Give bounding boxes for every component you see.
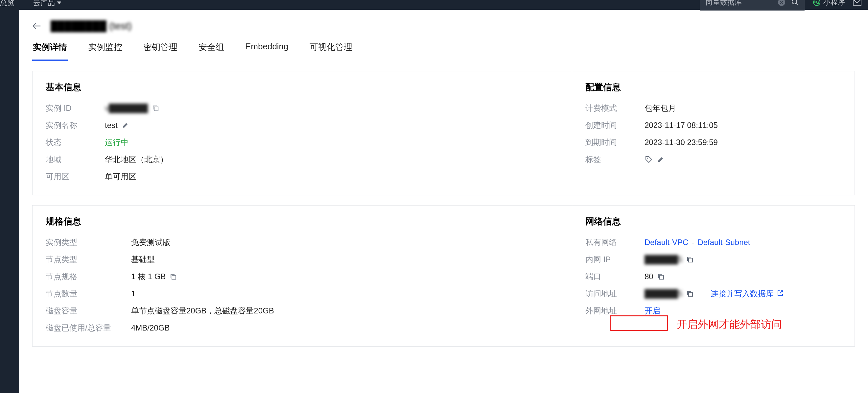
vpc-value: Default-VPC - Default-Subnet: [645, 238, 750, 247]
port-label: 端口: [585, 271, 638, 282]
tab-instance-details[interactable]: 实例详情: [32, 41, 68, 61]
disk-usage-label: 磁盘已使用/总容量: [46, 323, 125, 333]
node-spec-value: 1 核 1 GB: [131, 271, 178, 282]
search-icon[interactable]: [791, 0, 799, 6]
spec-info-section: 规格信息 实例类型 免费测试版 节点类型 基础型 节点规格: [33, 206, 572, 346]
node-count-value: 1: [131, 289, 135, 298]
expire-value: 2023-11-30 23:59:59: [645, 138, 718, 147]
row-disk: 磁盘容量 单节点磁盘容量20GB，总磁盘容量20GB: [46, 305, 559, 316]
row-instance-id: 实例 ID v███████: [46, 103, 559, 114]
expire-label: 到期时间: [585, 137, 638, 148]
inner-ip-label: 内网 IP: [585, 254, 638, 265]
page-header: ████████ (test): [19, 10, 868, 32]
inner-ip-value: ██████5: [645, 255, 694, 264]
region-label: 地域: [46, 154, 98, 165]
network-info-section: 网络信息 私有网络 Default-VPC - Default-Subnet 内…: [572, 206, 855, 346]
row-region: 地域 华北地区（北京）: [46, 154, 559, 165]
row-port: 端口 80: [585, 271, 841, 282]
tab-instance-monitor[interactable]: 实例监控: [87, 41, 123, 61]
nav-cloud-products[interactable]: 云产品: [33, 1, 61, 5]
tab-visual-management[interactable]: 可视化管理: [309, 41, 353, 61]
chevron-down-icon: [57, 1, 61, 5]
instance-type-value: 免费测试版: [131, 237, 170, 248]
copy-icon[interactable]: [686, 290, 694, 298]
back-button[interactable]: [32, 22, 41, 30]
disk-value: 单节点磁盘容量20GB，总磁盘容量20GB: [131, 305, 274, 316]
search-input[interactable]: 向量数据库: [700, 0, 805, 10]
row-expire: 到期时间 2023-11-30 23:59:59: [585, 137, 841, 148]
basic-info-section: 基本信息 实例 ID v███████ 实例名: [33, 71, 572, 195]
vpc-sep: -: [691, 238, 694, 247]
billing-value: 包年包月: [645, 103, 676, 114]
tag-icon[interactable]: [645, 155, 653, 164]
node-spec-label: 节点规格: [46, 271, 125, 282]
main-content: ████████ (test) 实例详情 实例监控 密钥管理 安全组 Embed…: [19, 10, 868, 393]
network-heading: 网络信息: [585, 215, 841, 227]
access-addr-value: ██████5 连接并写入数据库: [645, 289, 783, 299]
vpc-link[interactable]: Default-VPC: [645, 238, 688, 247]
node-count-label: 节点数量: [46, 289, 125, 299]
subnet-link[interactable]: Default-Subnet: [698, 238, 750, 247]
tab-security-group[interactable]: 安全组: [198, 41, 225, 61]
row-node-count: 节点数量 1: [46, 289, 559, 299]
created-label: 创建时间: [585, 120, 638, 130]
panel-basic-config: 基本信息 实例 ID v███████ 实例名: [32, 71, 855, 195]
divider: [24, 2, 24, 8]
tab-key-management[interactable]: 密钥管理: [143, 41, 178, 61]
svg-point-5: [647, 158, 648, 159]
copy-icon[interactable]: [657, 272, 665, 281]
svg-rect-8: [660, 275, 663, 279]
created-value: 2023-11-17 08:11:05: [645, 121, 718, 130]
svg-rect-7: [688, 258, 692, 262]
messages-icon[interactable]: [853, 0, 861, 6]
config-heading: 配置信息: [585, 81, 841, 93]
enable-external-link[interactable]: 开启: [645, 305, 660, 316]
search-placeholder: 向量数据库: [706, 0, 772, 7]
tags-label: 标签: [585, 154, 638, 165]
top-bar-right: 向量数据库 小程序: [700, 0, 861, 7]
basic-heading: 基本信息: [46, 81, 559, 93]
left-sidebar: [0, 10, 19, 393]
edit-icon[interactable]: [121, 121, 129, 129]
region-value: 华北地区（北京）: [105, 154, 168, 165]
node-type-label: 节点类型: [46, 254, 125, 265]
instance-id-value: v███████: [105, 103, 160, 113]
top-bar: 总览 云产品 向量数据库 小程序: [0, 0, 868, 10]
node-type-value: 基础型: [131, 254, 155, 265]
svg-rect-6: [172, 275, 176, 279]
vpc-label: 私有网络: [585, 237, 638, 248]
row-az: 可用区 单可用区: [46, 171, 559, 182]
row-instance-name: 实例名称 test: [46, 120, 559, 130]
row-access-addr: 访问地址 ██████5 连接并写入数据库: [585, 289, 841, 299]
billing-label: 计费模式: [585, 103, 638, 114]
copy-icon[interactable]: [169, 272, 178, 281]
external-addr-value: 开启: [645, 305, 660, 316]
instance-type-label: 实例类型: [46, 237, 125, 248]
page-title: ████████ (test): [51, 20, 132, 32]
row-billing: 计费模式 包年包月: [585, 103, 841, 114]
spec-heading: 规格信息: [46, 215, 559, 227]
connect-db-link[interactable]: 连接并写入数据库: [711, 289, 774, 299]
annotation-box: [610, 315, 668, 331]
clear-icon[interactable]: [778, 0, 785, 6]
mini-program-label: 小程序: [823, 0, 845, 7]
edit-icon[interactable]: [656, 155, 665, 164]
tab-embedding[interactable]: Embedding: [245, 41, 289, 61]
mini-program-link[interactable]: 小程序: [813, 0, 845, 7]
copy-icon[interactable]: [151, 104, 160, 113]
row-node-type: 节点类型 基础型: [46, 254, 559, 265]
instance-name-label: 实例名称: [46, 120, 98, 130]
panel-spec-network: 规格信息 实例类型 免费测试版 节点类型 基础型 节点规格: [32, 205, 855, 346]
row-tags: 标签: [585, 154, 841, 165]
external-link-icon: [777, 289, 783, 298]
row-status: 状态 运行中: [46, 137, 559, 148]
tabs: 实例详情 实例监控 密钥管理 安全组 Embedding 可视化管理: [19, 32, 868, 61]
annotation-text: 开启外网才能外部访问: [677, 318, 782, 332]
svg-rect-4: [154, 107, 158, 111]
port-value: 80: [645, 272, 665, 281]
tags-value: [645, 155, 665, 164]
copy-icon[interactable]: [686, 255, 694, 264]
az-label: 可用区: [46, 171, 98, 182]
row-inner-ip: 内网 IP ██████5: [585, 254, 841, 265]
external-addr-label: 外网地址: [585, 305, 638, 316]
